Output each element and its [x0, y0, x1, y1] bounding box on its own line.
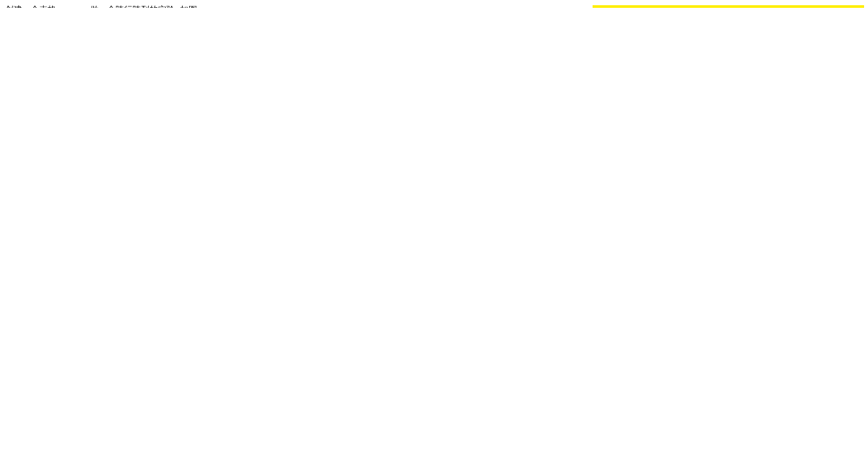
- left-column: 创建一个表格 1.11.2 2.12.2 创建一个表格加属性 1.11.2 2.…: [5, 4, 82, 8]
- middle-column: 做一个跨行跨列的实验,如图 表格实验 1.1 3.1 3.4 3.5 3.6 4…: [90, 4, 377, 8]
- heading-create-table: 创建一个表格: [5, 4, 82, 8]
- right-column: 1.1 3.1 3.4 3.5 3.6 4.4 4.5 4.6 5.4 5.5 …: [593, 5, 864, 8]
- heading-experiment: 做一个跨行跨列的实验,如图: [90, 4, 377, 8]
- sky-table: 1.1 3.1 3.4 3.5 3.6 4.4 4.5 4.6 5.4 5.5 …: [593, 5, 864, 8]
